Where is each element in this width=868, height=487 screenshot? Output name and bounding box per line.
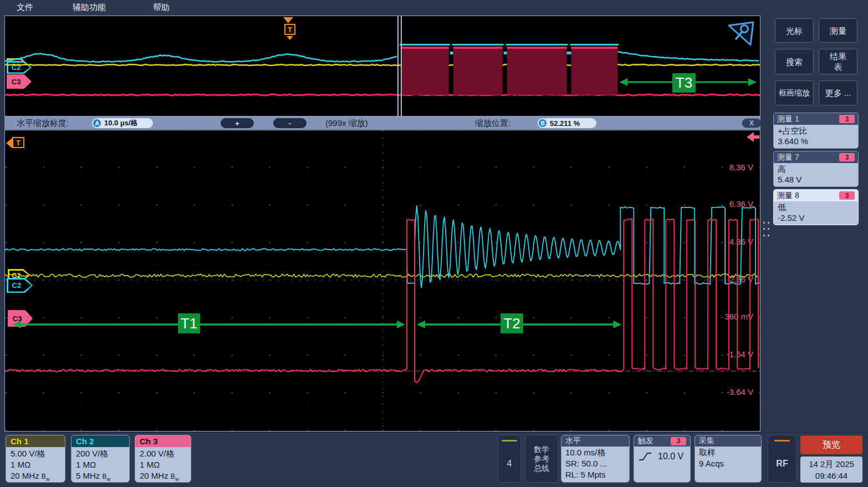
measurement-value: 5.48 V bbox=[778, 174, 854, 185]
trigger-position-marker[interactable]: T bbox=[284, 24, 295, 35]
trigger-source-badge: 3 bbox=[671, 437, 686, 445]
overview-channel-badge-c3[interactable]: C3 bbox=[7, 74, 32, 89]
ch4-color-dash bbox=[502, 440, 517, 442]
rf-button[interactable]: RF bbox=[768, 435, 796, 483]
menu-utility[interactable]: 辅助功能 bbox=[73, 0, 106, 14]
search-button[interactable]: 搜索 bbox=[775, 49, 814, 74]
draw-zoom-button[interactable]: 框画缩放 bbox=[775, 80, 814, 105]
zoom-box-left-edge[interactable] bbox=[397, 16, 399, 116]
zoom-position-knob[interactable]: B 52.211 % bbox=[538, 118, 596, 128]
sample-rate: SR: 50.0 ... bbox=[565, 458, 625, 469]
voltage-label-3: 4.36 V bbox=[701, 236, 753, 247]
math-ref-bus-button[interactable]: 数学参考总线 bbox=[525, 435, 558, 483]
menu-file[interactable]: 文件 bbox=[17, 0, 33, 14]
zoom-out-button[interactable]: - bbox=[273, 118, 307, 128]
more-button[interactable]: 更多 ... bbox=[819, 80, 857, 105]
overview-channel-badge-c2[interactable]: C2 bbox=[7, 61, 32, 74]
ch1-scale: 5.00 V/格 bbox=[11, 448, 60, 459]
channel-3-badge[interactable]: Ch 3 2.00 V/格 1 MΩ 20 MHz Bw bbox=[135, 435, 191, 483]
ch2-scale: 200 V/格 bbox=[76, 448, 125, 459]
zoom-factor-readout: (999x 缩放) bbox=[325, 116, 368, 130]
oscilloscope-app: 文件 辅助功能 帮助 Tektronix T C1 C2 C3 T3 bbox=[0, 0, 868, 487]
zoom-tool-icon[interactable] bbox=[727, 21, 756, 48]
voltage-label-5: 360 mV bbox=[701, 311, 753, 322]
voltage-label-7: -3.64 V bbox=[701, 387, 753, 398]
channel-2-header: Ch 2 bbox=[72, 435, 129, 447]
channel-3-header: Ch 3 bbox=[135, 435, 191, 447]
measurement-card-1[interactable]: 测量 1 3 +占空比 3.640 % bbox=[773, 113, 859, 149]
measurement-title: 测量 8 bbox=[777, 191, 799, 201]
trigger-position-icon[interactable] bbox=[283, 17, 293, 23]
zoom-position-value: 52.211 % bbox=[550, 119, 580, 128]
acquisition-count: 9 Acqs bbox=[699, 458, 757, 469]
menu-help[interactable]: 帮助 bbox=[153, 0, 170, 14]
annotation-t3-label: T3 bbox=[672, 73, 696, 93]
cursor-button[interactable]: 光标 bbox=[775, 18, 814, 43]
measurement-name: 高 bbox=[778, 164, 854, 174]
zoom-close-button[interactable]: X bbox=[742, 118, 762, 128]
preview-status-button[interactable]: 预览 bbox=[800, 435, 862, 454]
horizontal-scale: 10.0 ms/格 bbox=[565, 447, 625, 458]
ch2-impedance: 1 MΩ bbox=[76, 459, 125, 470]
results-table-button[interactable]: 结果表 bbox=[819, 49, 857, 74]
trigger-level: 10.0 V bbox=[658, 451, 683, 462]
time-text: 09:46:44 bbox=[815, 470, 847, 481]
trigger-offscreen-marker[interactable]: T bbox=[12, 137, 24, 148]
ch1-impedance: 1 MΩ bbox=[11, 459, 60, 470]
measure-button[interactable]: 测量 bbox=[819, 18, 857, 43]
acquisition-badge[interactable]: 采集 取样 9 Acqs bbox=[695, 435, 762, 483]
zoom-position-label: 缩放位置: bbox=[475, 116, 510, 130]
datetime-display: 14 2月 2025 09:46:44 bbox=[800, 456, 862, 483]
rising-edge-icon bbox=[638, 452, 652, 461]
main-waveform-display[interactable]: 8.36 V 6.36 V 4.36 V 2.36 V 360 mV -1.64… bbox=[4, 130, 760, 432]
trigger-offscreen-arrow-icon[interactable] bbox=[6, 138, 12, 148]
zoom-scale-value: 10.0 µs/格 bbox=[104, 118, 137, 128]
ch3-bandwidth: 20 MHz Bw bbox=[140, 470, 186, 483]
annotation-t1-label: T1 bbox=[178, 313, 200, 333]
measurement-name: 低 bbox=[778, 202, 854, 212]
source-badge: 3 bbox=[839, 153, 855, 161]
measurement-title: 测量 1 bbox=[777, 114, 799, 124]
zoom-scale-label: 水平缩放标度: bbox=[17, 116, 69, 130]
measurement-name: +占空比 bbox=[778, 125, 854, 136]
channel-badge-c2[interactable]: C2 bbox=[7, 278, 33, 293]
acquisition-mode: 取样 bbox=[699, 447, 757, 458]
channel-2-badge[interactable]: Ch 2 200 V/格 1 MΩ 5 MHz Bw bbox=[71, 435, 130, 483]
channel-1-header: Ch 1 bbox=[6, 435, 65, 447]
trigger-badge[interactable]: 触发 3 10.0 V bbox=[634, 435, 691, 483]
channel-4-add-button[interactable]: 4 bbox=[498, 435, 521, 483]
ch2-bandwidth: 5 MHz Bw bbox=[76, 470, 125, 483]
panel-drag-handle[interactable] bbox=[763, 222, 770, 239]
voltage-label-2: 6.36 V bbox=[701, 199, 753, 210]
bottom-status-bar: Ch 1 5.00 V/格 1 MΩ 20 MHz Bw Ch 2 200 V/… bbox=[0, 432, 868, 487]
measurement-title: 测量 7 bbox=[777, 153, 799, 163]
horizontal-badge[interactable]: 水平 10.0 ms/格 SR: 50.0 ... RL: 5 Mpts bbox=[561, 435, 630, 483]
zoom-scale-bar: 水平缩放标度: A 10.0 µs/格 + - (999x 缩放) 缩放位置: … bbox=[4, 116, 760, 130]
zoom-box-left-edge-inner[interactable] bbox=[401, 16, 402, 116]
zoomed-waveforms bbox=[5, 130, 760, 431]
ch3-offscreen-marker-tail bbox=[753, 135, 759, 139]
measurement-value: -2.52 V bbox=[778, 212, 854, 223]
menu-bar: 文件 辅助功能 帮助 Tektronix bbox=[0, 0, 868, 14]
ch3-scale: 2.00 V/格 bbox=[140, 448, 186, 459]
zoom-in-button[interactable]: + bbox=[221, 118, 254, 128]
waveform-overview[interactable]: T C1 C2 C3 T3 bbox=[4, 16, 760, 116]
measurement-value: 3.640 % bbox=[778, 136, 854, 146]
zoom-scale-knob[interactable]: A 10.0 µs/格 bbox=[92, 118, 153, 128]
overview-waveforms bbox=[5, 16, 760, 116]
knob-a-icon: A bbox=[93, 119, 101, 127]
measurement-card-8[interactable]: 测量 8 3 低 -2.52 V bbox=[773, 189, 859, 225]
horizontal-title: 水平 bbox=[561, 435, 629, 447]
record-length: RL: 5 Mpts bbox=[565, 469, 625, 480]
ch1-bandwidth: 20 MHz Bw bbox=[11, 470, 60, 483]
trigger-position-tip bbox=[287, 36, 293, 40]
rf-color-dash bbox=[774, 440, 790, 442]
channel-1-badge[interactable]: Ch 1 5.00 V/格 1 MΩ 20 MHz Bw bbox=[6, 435, 65, 483]
measurement-card-7[interactable]: 测量 7 3 高 5.48 V bbox=[773, 151, 859, 187]
date-text: 14 2月 2025 bbox=[809, 458, 854, 470]
channel-badge-c3[interactable]: C3 bbox=[8, 310, 33, 327]
voltage-label-6: -1.64 V bbox=[701, 349, 753, 360]
source-badge: 3 bbox=[839, 191, 855, 200]
knob-b-icon: B bbox=[539, 119, 547, 127]
annotation-t2-label: T2 bbox=[501, 313, 523, 333]
